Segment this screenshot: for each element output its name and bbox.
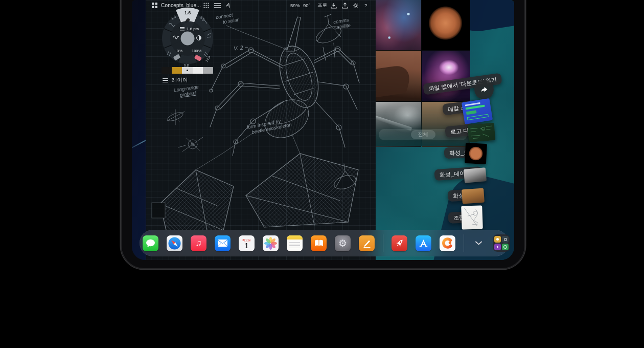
dock-divider [383,234,383,252]
music-note-icon: ♫ [196,238,202,248]
dock-icon-mail[interactable] [215,235,231,251]
settings-gears-icon: ⚙ [338,237,347,249]
dock-icon-concepts[interactable] [359,235,375,251]
dock-icon-c-app[interactable] [440,235,455,251]
layers-label: 레이어 [172,77,188,84]
photo-mars-hills[interactable] [376,51,421,101]
layers-menu-icon [163,78,168,83]
photo-backdrop: connect to solar comms satellite V. 2 ~ … [0,0,644,348]
swatch-black[interactable] [162,67,172,74]
dock-icon-music[interactable]: ♫ [191,235,206,251]
dock: ♫ 화요일 1 [140,230,509,256]
thumb-mars-model[interactable] [465,143,487,164]
zoom-level[interactable]: 59% [290,2,300,9]
dock-icon-calendar[interactable]: 화요일 1 [239,235,255,251]
dock-icon-safari[interactable] [167,235,182,251]
layers-button[interactable]: 레이어 [163,77,188,84]
swatch-gold[interactable] [172,67,182,74]
thumb-mars-terrain[interactable] [462,188,485,204]
export-share-icon[interactable] [341,2,349,9]
share-arrow-icon [479,84,489,95]
color-swatch-strip[interactable] [162,67,213,74]
opacity-max: 100% [192,49,202,53]
calendar-day: 1 [244,242,248,249]
orange-c-icon [442,237,454,249]
dock-icon-books[interactable] [311,235,327,251]
wheel-center-knob [181,32,195,46]
svg-text:6.8: 6.8 [184,63,189,67]
swatch-gray[interactable] [203,67,213,74]
annotation-v2: V. 2 ~ [234,45,248,51]
pro-label[interactable]: 프로 [317,2,327,9]
photos-grid-panel: 전체 [376,0,470,146]
rotation-value[interactable]: 90° [303,2,310,9]
photo-horsehead-nebula[interactable] [376,0,421,50]
segment-all[interactable]: 전체 [411,130,435,139]
books-open-book-icon [314,240,324,247]
dock-icon-notes[interactable] [287,235,303,251]
photos-flower-icon [264,237,277,250]
dock-icon-settings[interactable]: ⚙ [335,235,351,251]
settings-gear-icon[interactable] [352,2,359,9]
active-tool-size: 1.6 [185,10,191,15]
concepts-pen-icon [362,238,372,248]
suggestion-bulb-icon [494,236,501,243]
suggestion-clock-icon [502,244,509,250]
suggestion-star-icon: ★ [494,244,501,250]
dock-icon-app-store[interactable] [416,235,431,251]
opacity-min: 0% [177,49,182,53]
thumb-logo-detail-card[interactable] [468,123,496,142]
stroke-width-value: 1.6 pts [187,27,199,31]
suggestion-camera-icon [502,236,509,243]
thumb-decal-sticker-sheet[interactable] [462,98,493,124]
share-forward-button[interactable] [474,80,494,99]
swatch-lightgray[interactable] [182,67,192,74]
help-button[interactable]: ? [364,2,367,9]
photo-mars-planet[interactable] [422,0,470,50]
chevron-down-icon [475,241,482,245]
thumb-mars-deimos[interactable] [464,167,487,183]
concepts-canvas-window: connect to solar comms satellite V. 2 ~ … [146,0,376,260]
ipad-screen: connect to solar comms satellite V. 2 ~ … [132,0,514,260]
dock-icon-rocket[interactable] [392,235,407,251]
thumb-assembly-sketch[interactable] [461,205,483,229]
pen-nib-icon[interactable] [224,2,232,9]
messages-bubble-icon [146,239,155,248]
rocket-icon [395,238,405,248]
tool-wheel[interactable]: 1.6 [156,7,219,70]
mail-envelope-icon [218,240,227,247]
dock-icon-messages[interactable] [143,235,158,251]
app-store-a-icon [418,238,429,249]
dock-app-suggestions[interactable]: ★ [493,234,510,252]
import-icon[interactable] [330,2,337,9]
dock-icon-photos[interactable] [263,235,279,251]
dock-divider [464,234,464,252]
dock-collapse-button[interactable] [472,235,485,251]
swatch-white[interactable] [193,67,203,74]
safari-compass-icon [168,236,181,250]
notes-header [287,235,303,240]
